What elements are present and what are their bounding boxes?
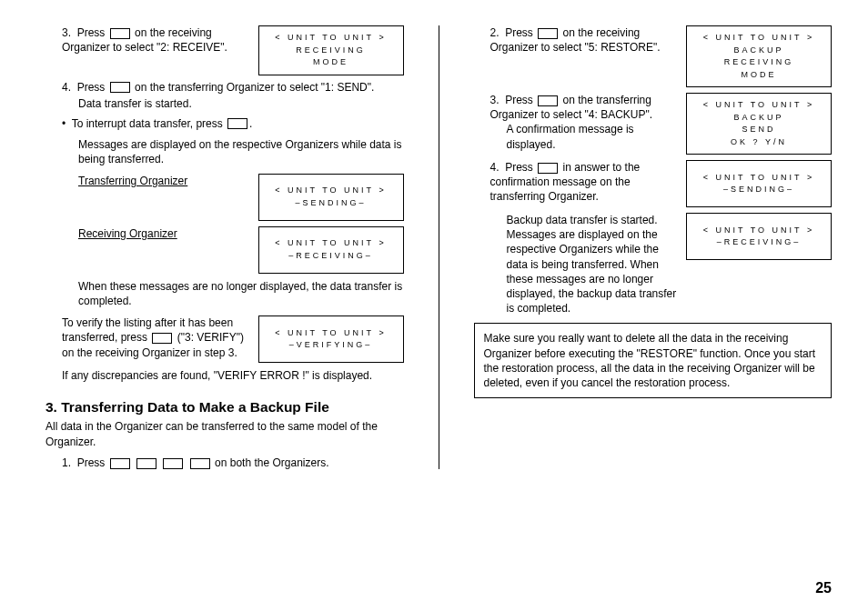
right-column: 2. Press on the receiving Organizer to s… xyxy=(474,25,833,469)
key-icon xyxy=(152,333,172,344)
disp-line: SEND xyxy=(742,124,775,136)
rstep-4: 4. Press in answer to the confirmation m… xyxy=(474,160,678,205)
interrupt-line: • To interrupt data transfer, press . xyxy=(45,117,404,130)
rstep4-a: Press xyxy=(505,161,533,174)
transferring-organizer-label: Transferring Organizer xyxy=(78,174,249,188)
section-title: 3. Transferring Data to Make a Backup Fi… xyxy=(45,399,404,416)
display-verifying: < UNIT TO UNIT > –VERIFYING– xyxy=(258,316,404,363)
disp-line: < UNIT TO UNIT > xyxy=(275,185,386,197)
disp-line: OK ? Y/N xyxy=(731,136,787,149)
disp-line: < UNIT TO UNIT > xyxy=(703,225,814,237)
display-sending-2: < UNIT TO UNIT > –SENDING– xyxy=(686,160,832,207)
step-4: 4. Press on the transferring Organizer t… xyxy=(45,81,404,94)
step4-text-b: on the transferring Organizer to select … xyxy=(135,81,374,94)
rstep-2: 2. Press on the receiving Organizer to s… xyxy=(474,25,678,55)
data-start: Data transfer is started. xyxy=(45,97,404,110)
disp-line: MODE xyxy=(742,69,777,82)
disp-line: < UNIT TO UNIT > xyxy=(703,99,814,112)
key-icon xyxy=(110,458,130,469)
column-divider xyxy=(439,25,439,469)
left-column: 3. Press on the receiving Organizer to s… xyxy=(45,25,404,469)
receiving-organizer-label: Receiving Organizer xyxy=(78,226,249,241)
key-icon xyxy=(538,28,558,39)
disp-line: RECEIVING xyxy=(296,45,366,57)
messages-text: Messages are displayed on the respective… xyxy=(45,137,404,166)
key-icon xyxy=(110,82,130,93)
step4-text-a: Press xyxy=(77,81,106,94)
disp-line: < UNIT TO UNIT > xyxy=(275,32,386,45)
rstep3-c: A confirmation message is displayed. xyxy=(490,122,678,151)
display-receiving-2: < UNIT TO UNIT > –RECEIVING– xyxy=(686,213,832,260)
key-icon xyxy=(163,458,183,469)
discrepancies: If any discrepancies are found, "VERIFY … xyxy=(45,368,404,383)
when-msg: When these messages are no longer displa… xyxy=(45,279,404,308)
interrupt-a: To interrupt data transfer, press xyxy=(72,117,223,130)
section-intro: All data in the Organizer can be transfe… xyxy=(45,419,404,448)
display-receiving-mode: < UNIT TO UNIT > RECEIVING MODE xyxy=(258,25,404,75)
key-icon xyxy=(136,458,156,469)
interrupt-b: . xyxy=(249,117,252,130)
rstep-3: 3. Press on the transferring Organizer t… xyxy=(474,93,678,152)
display-sending: < UNIT TO UNIT > –SENDING– xyxy=(258,174,404,221)
step3-text-a: Press xyxy=(77,26,106,39)
disp-line: –RECEIVING– xyxy=(288,250,373,263)
disp-line: BACKUP xyxy=(733,112,783,125)
disp-line: < UNIT TO UNIT > xyxy=(703,32,814,45)
bstep1-b: on both the Organizers. xyxy=(215,456,328,469)
rstep2-a: Press xyxy=(505,26,533,39)
verify-text: To verify the listing after it has been … xyxy=(62,316,249,360)
disp-line: –SENDING– xyxy=(723,184,794,196)
step-3: 3. Press on the receiving Organizer to s… xyxy=(45,25,249,55)
backup-step-1: 1. Press on both the Organizers. xyxy=(45,456,404,469)
disp-line: < UNIT TO UNIT > xyxy=(703,172,814,185)
disp-line: MODE xyxy=(313,56,348,69)
disp-line: < UNIT TO UNIT > xyxy=(275,327,386,340)
key-icon xyxy=(110,28,130,39)
key-icon xyxy=(538,95,558,106)
bstep1-a: Press xyxy=(77,456,106,469)
disp-line: BACKUP xyxy=(733,45,783,57)
display-backup-receiving: < UNIT TO UNIT > BACKUP RECEIVING MODE xyxy=(686,25,832,87)
key-icon xyxy=(227,118,247,129)
page-number: 25 xyxy=(815,580,832,596)
disp-line: < UNIT TO UNIT > xyxy=(275,237,386,250)
display-backup-send: < UNIT TO UNIT > BACKUP SEND OK ? Y/N xyxy=(686,93,832,155)
backup-start: Backup data transfer is started. Message… xyxy=(474,213,678,316)
disp-line: –RECEIVING– xyxy=(717,236,802,249)
key-icon xyxy=(190,458,210,469)
disp-line: –VERIFYING– xyxy=(289,339,373,352)
restore-warning-text: Make sure you really want to delete all … xyxy=(484,332,815,389)
display-receiving: < UNIT TO UNIT > –RECEIVING– xyxy=(258,226,404,274)
disp-line: –SENDING– xyxy=(295,197,366,210)
disp-line: RECEIVING xyxy=(724,56,794,69)
rstep3-a: Press xyxy=(505,94,533,106)
key-icon xyxy=(538,163,558,174)
restore-warning-box: Make sure you really want to delete all … xyxy=(474,323,833,398)
